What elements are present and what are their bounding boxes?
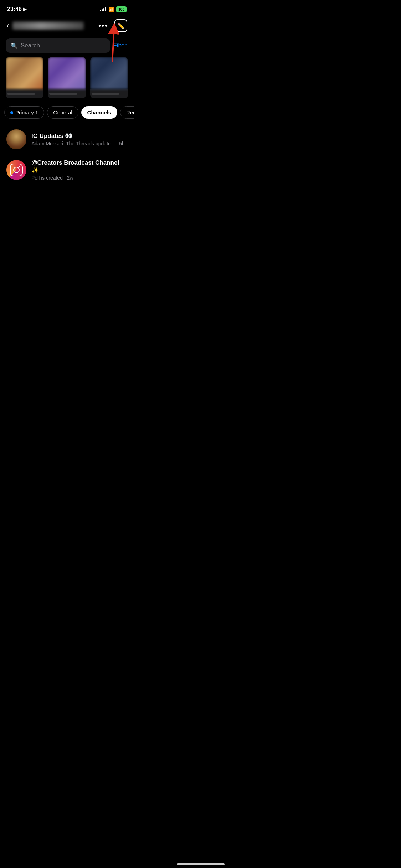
tab-general-label: General <box>53 109 72 115</box>
channel-item-creators[interactable]: @Creators Broadcast Channel ✨ Poll is cr… <box>0 154 134 186</box>
story-2[interactable] <box>48 57 86 100</box>
search-placeholder: Search <box>21 42 40 49</box>
search-bar[interactable]: 🔍 Search <box>6 38 110 53</box>
signal-bar-2 <box>102 9 103 11</box>
story-1[interactable] <box>6 57 43 100</box>
blurred-title <box>12 22 84 30</box>
header: ‹ ••• ✏️ <box>0 16 134 36</box>
channel-info-creators: @Creators Broadcast Channel ✨ Poll is cr… <box>31 159 127 181</box>
channel-name-creators: @Creators Broadcast Channel ✨ <box>31 159 127 174</box>
tabs-row: Primary 1 General Channels Requests <box>0 105 134 123</box>
signal-bar-4 <box>105 7 106 11</box>
tab-requests[interactable]: Requests <box>120 106 134 119</box>
search-container: 🔍 Search Filter <box>0 36 134 57</box>
compose-button[interactable]: ✏️ <box>114 19 127 32</box>
wifi-icon: 📶 <box>108 7 114 12</box>
more-options-button[interactable]: ••• <box>98 22 108 30</box>
channel-avatar-ig-updates <box>6 129 26 149</box>
search-icon: 🔍 <box>11 42 18 49</box>
header-title-area <box>12 22 98 30</box>
status-time: 23:46 ▶ <box>7 6 26 12</box>
story-3[interactable] <box>90 57 128 100</box>
channels-list: IG Updates 👀 Adam Mosseri: The Threads u… <box>0 123 134 187</box>
tab-general[interactable]: General <box>47 106 78 119</box>
status-bar: 23:46 ▶ 📶 100 <box>0 0 134 16</box>
tab-primary[interactable]: Primary 1 <box>4 106 44 119</box>
filter-button[interactable]: Filter <box>113 42 128 49</box>
instagram-logo-icon <box>10 164 23 176</box>
battery-label: 100 <box>118 7 124 11</box>
channel-avatar-creators <box>6 160 26 180</box>
time-label: 23:46 <box>7 6 22 12</box>
back-button[interactable]: ‹ <box>6 21 9 30</box>
primary-dot <box>10 111 13 114</box>
signal-bar-1 <box>100 10 101 11</box>
header-actions: ••• ✏️ <box>98 19 127 32</box>
tab-channels-label: Channels <box>87 109 112 115</box>
channel-preview-creators: Poll is created · 2w <box>31 175 127 181</box>
signal-bars <box>100 7 106 11</box>
channel-info-ig-updates: IG Updates 👀 Adam Mosseri: The Threads u… <box>31 132 127 146</box>
channel-item-ig-updates[interactable]: IG Updates 👀 Adam Mosseri: The Threads u… <box>0 124 134 154</box>
signal-bar-3 <box>103 8 104 11</box>
stories-row <box>0 57 134 105</box>
channel-name-ig-updates: IG Updates 👀 <box>31 132 127 140</box>
tab-channels[interactable]: Channels <box>81 106 118 119</box>
tab-requests-label: Requests <box>126 109 134 115</box>
status-icons: 📶 100 <box>100 6 127 12</box>
channel-preview-ig-updates: Adam Mosseri: The Threads update... · 5h <box>31 141 127 146</box>
location-icon: ▶ <box>23 7 26 12</box>
compose-icon: ✏️ <box>117 22 124 29</box>
battery-indicator: 100 <box>116 6 127 12</box>
tab-primary-label: Primary 1 <box>15 109 38 115</box>
